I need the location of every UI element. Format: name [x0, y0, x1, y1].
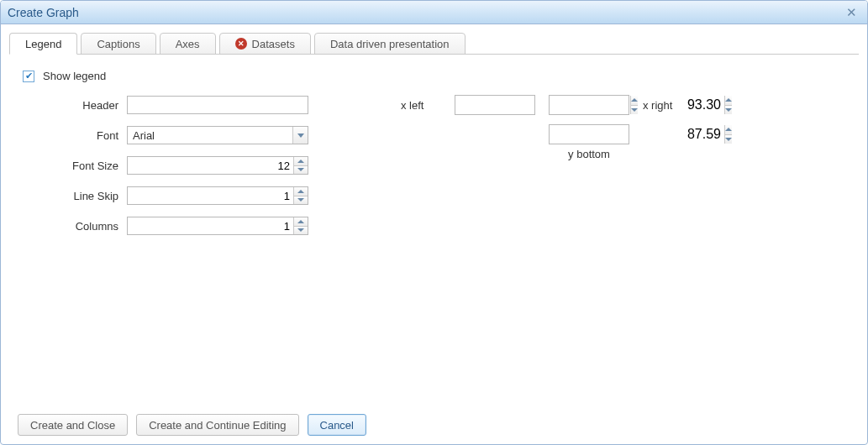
tab-captions[interactable]: Captions	[81, 33, 155, 55]
tab-label: Captions	[97, 38, 139, 50]
show-legend-row: Show legend	[18, 70, 850, 82]
spin-down-icon[interactable]	[725, 105, 732, 115]
header-label: Header	[18, 99, 127, 112]
tab-label: Legend	[25, 38, 61, 50]
x-position-row: x left	[401, 94, 683, 116]
show-legend-label: Show legend	[43, 70, 106, 82]
xright-label: x right	[643, 99, 683, 112]
legend-right-column: x left	[401, 94, 683, 245]
spinner-buttons	[293, 187, 308, 204]
font-size-spinner[interactable]	[127, 156, 308, 175]
header-input[interactable]	[127, 96, 308, 114]
columns-input[interactable]	[128, 217, 293, 234]
xright-input[interactable]	[550, 96, 724, 114]
font-value: Arial	[128, 129, 292, 142]
spin-up-icon[interactable]	[294, 187, 308, 196]
xleft-spinner[interactable]	[455, 95, 535, 115]
tab-datasets[interactable]: Datasets	[219, 33, 311, 55]
line-skip-label: Line Skip	[18, 190, 127, 202]
tab-label: Axes	[176, 38, 200, 50]
xleft-label: x left	[401, 99, 441, 112]
tab-label: Data driven presentation	[330, 38, 450, 50]
columns-spinner[interactable]	[127, 217, 308, 235]
line-skip-spinner[interactable]	[127, 186, 308, 205]
spin-up-icon[interactable]	[294, 217, 308, 226]
ybottom-input[interactable]	[550, 125, 724, 144]
field-font-size: Font Size	[18, 154, 308, 176]
columns-label: Columns	[18, 220, 127, 233]
close-icon[interactable]: ✕	[843, 6, 860, 18]
spin-down-icon[interactable]	[294, 196, 308, 205]
legend-left-column: Header Font Arial Font Size	[18, 94, 308, 245]
spinner-buttons	[724, 96, 732, 114]
spinner-buttons	[724, 125, 732, 144]
dialog-footer: Create and Close Create and Continue Edi…	[9, 409, 859, 444]
tab-legend[interactable]: Legend	[9, 33, 77, 55]
font-size-input[interactable]	[128, 157, 293, 174]
cancel-button[interactable]: Cancel	[308, 414, 366, 436]
spin-down-icon[interactable]	[725, 134, 732, 144]
spin-up-icon[interactable]	[725, 125, 732, 134]
dialog-create-graph: Create Graph ✕ Legend Captions Axes Data…	[0, 0, 868, 445]
titlebar: Create Graph ✕	[1, 1, 867, 24]
tab-label: Datasets	[252, 38, 295, 50]
legend-form: Header Font Arial Font Size	[18, 94, 850, 245]
dialog-body: Legend Captions Axes Datasets Data drive…	[1, 24, 867, 444]
font-size-label: Font Size	[18, 160, 127, 172]
ybottom-spinner[interactable]	[549, 124, 629, 144]
chevron-down-icon[interactable]	[292, 127, 308, 144]
spinner-buttons	[293, 157, 308, 174]
window-title: Create Graph	[8, 6, 79, 19]
ybottom-label: y bottom	[495, 148, 683, 160]
error-icon	[235, 38, 247, 50]
spinner-buttons	[293, 217, 308, 234]
y-position-block: y bottom	[495, 124, 683, 160]
spin-up-icon[interactable]	[294, 157, 308, 165]
create-and-continue-button[interactable]: Create and Continue Editing	[136, 414, 298, 436]
field-header: Header	[18, 94, 308, 116]
field-columns: Columns	[18, 215, 308, 237]
font-combobox[interactable]: Arial	[127, 126, 308, 144]
spin-down-icon[interactable]	[294, 226, 308, 235]
font-label: Font	[18, 129, 127, 142]
field-line-skip: Line Skip	[18, 185, 308, 207]
show-legend-checkbox[interactable]	[23, 71, 34, 82]
spin-up-icon[interactable]	[725, 96, 732, 105]
line-skip-input[interactable]	[128, 187, 293, 204]
tab-bar: Legend Captions Axes Datasets Data drive…	[9, 31, 859, 55]
tab-data-driven-presentation[interactable]: Data driven presentation	[314, 33, 466, 55]
tab-axes[interactable]: Axes	[160, 33, 216, 55]
xright-spinner[interactable]	[549, 95, 629, 115]
create-and-close-button[interactable]: Create and Close	[18, 414, 128, 436]
field-font: Font Arial	[18, 124, 308, 146]
tabpanel-legend: Show legend Header Font Arial	[9, 55, 859, 409]
spin-down-icon[interactable]	[294, 165, 308, 175]
